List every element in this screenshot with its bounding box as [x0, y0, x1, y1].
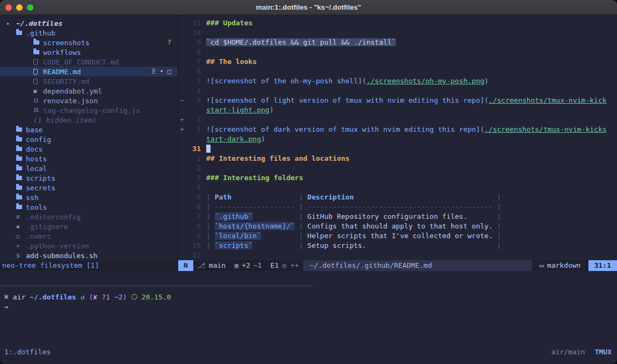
tree-item-.editorconfig[interactable]: ≡.editorconfig [0, 212, 178, 222]
editor-line[interactable]: 4 [178, 183, 617, 192]
tree-item-renovate.json[interactable]: {}renovate.json [0, 96, 178, 105]
tree-item-.gitignore[interactable]: ◆.gitignore [0, 222, 178, 231]
editor-line[interactable]: 9| `local/bin` | Helper scripts that I'v… [178, 231, 617, 241]
editor-line[interactable]: 8| `hosts/{hostname}/` | Configs that sh… [178, 222, 617, 231]
terminal-pane[interactable]: ⌘air~/.dotfiles↺(✘ ?1 ~2)⎔ 20.15.0 → [0, 286, 617, 344]
tree-item-secrets[interactable]: secrets [0, 183, 178, 192]
tree-item-security.md[interactable]: SECURITY.md [0, 76, 178, 86]
diff-added: +2 [242, 260, 250, 271]
line-number: 9 [186, 231, 201, 241]
text-cursor [206, 145, 211, 153]
editor-line[interactable]: start-light.png) [178, 105, 617, 115]
syntax-span: `hosts/{hostname}/` [215, 222, 295, 230]
tree-item-local[interactable]: local [0, 163, 178, 173]
syntax-span: GitHub Repository configuration files. [307, 212, 467, 220]
line-text [201, 163, 206, 173]
window-title: main:1:.dotfiles - "ks~/.dotfiles" [0, 3, 617, 11]
tree-item-code-of-conduct.md[interactable]: CODE_OF_CONDUCT.md [0, 57, 178, 67]
syntax-span: | [206, 222, 215, 230]
line-number: 1 [186, 125, 201, 134]
syntax-span: ![screenshot of light version of tmux wi… [206, 96, 488, 104]
editor-line[interactable]: 8 [178, 47, 617, 57]
gutter-sign: ~ [178, 96, 186, 105]
tree-item-1-hidden-item[interactable]: (1 hidden item) [0, 115, 178, 125]
git-diff-segment: ▣ +2 ~1 [230, 260, 266, 271]
tree-item-workflows[interactable]: workflows [0, 47, 178, 57]
syntax-span: Helper scripts that I've collected or wr… [307, 232, 493, 240]
editor-line[interactable]: 11 [178, 251, 617, 260]
editor-line[interactable]: 3### Interesting folders [178, 173, 617, 183]
line-number: 5 [186, 192, 201, 202]
gutter-sign [178, 134, 186, 144]
editor-line[interactable]: 10 [178, 28, 617, 38]
tree-item-screenshots[interactable]: screenshots? [0, 38, 178, 47]
tree-item-label: .gitignore [26, 223, 68, 231]
editor-line[interactable]: 7| `.github` | GitHub Repository configu… [178, 212, 617, 222]
syntax-span: start-light.png [206, 106, 269, 114]
line-number: 3 [186, 96, 201, 105]
status-badge: E [152, 68, 156, 75]
tree-item-.github[interactable]: .github [0, 28, 178, 38]
syntax-span: ![screenshot of the oh-my-posh shell]( [206, 77, 366, 85]
editor-line[interactable]: 2 [178, 163, 617, 173]
shell-icon: $ [16, 252, 26, 259]
tree-item-.python-version[interactable]: ∗.python-version [0, 241, 178, 251]
editor-line[interactable]: 7## The looks [178, 57, 617, 67]
zoom-button[interactable] [27, 4, 33, 11]
line-text: | Path | Description | [201, 192, 501, 202]
diff-modified: ~1 [254, 260, 262, 271]
editor-line[interactable]: 6 [178, 67, 617, 76]
tree-item-.dotfiles[interactable]: ▸~/.dotfiles [0, 18, 178, 28]
editor-line[interactable]: 5| Path | Description | [178, 192, 617, 202]
gutter-sign [178, 173, 186, 183]
editor-line[interactable]: ~3![screenshot of light version of tmux … [178, 96, 617, 105]
tree-item-.nvmrc[interactable]: ○.nvmrc [0, 231, 178, 241]
file-icon [33, 78, 43, 84]
tree-item-tag-changelog-config.js[interactable]: JStag-changelog-config.js [0, 105, 178, 115]
diff-icon: ▣ [234, 260, 239, 271]
neo-tree-statusline: neo-tree filesystem [1] [0, 260, 178, 271]
editor-line[interactable]: 5![screenshot of the oh-my-posh shell](.… [178, 76, 617, 86]
tree-item-label: tag-changelog-config.js [43, 106, 140, 115]
tree-item-hosts[interactable]: hosts [0, 154, 178, 163]
editor-line[interactable]: 11### Updates [178, 18, 617, 28]
editor-line[interactable]: 9`cd $HOME/.dotfiles && git pull && ./in… [178, 38, 617, 47]
line-number: 10 [186, 241, 201, 251]
file-path: ~/.dotfiles/.github/README.md [303, 260, 532, 271]
tree-item-scripts[interactable]: scripts [0, 173, 178, 183]
tree-item-readme.md[interactable]: README.mdE•□ [0, 67, 178, 76]
editor-buffer[interactable]: 11### Updates109`cd $HOME/.dotfiles && g… [178, 15, 617, 260]
shell-input-line[interactable]: → [4, 302, 617, 312]
file-icon [33, 69, 43, 75]
tree-item-add-submodules.sh[interactable]: $add-submodules.sh [0, 251, 178, 260]
editor-line[interactable]: +2 [178, 115, 617, 125]
tree-item-label: screenshots [43, 39, 89, 47]
tree-item-base[interactable]: base [0, 125, 178, 134]
syntax-span: | [253, 241, 307, 249]
tree-item-label: .nvmrc [26, 232, 51, 240]
editor-line[interactable]: 6| ------------------- | ---------------… [178, 202, 617, 212]
git-status-badges: ? [167, 39, 171, 46]
tree-item-tools[interactable]: tools [0, 202, 178, 212]
editor-line[interactable]: 4 [178, 86, 617, 96]
tree-item-docs[interactable]: docs [0, 144, 178, 154]
tree-item-config[interactable]: config [0, 134, 178, 144]
cmdline [0, 271, 617, 280]
tree-item-dependabot.yml[interactable]: ●dependabot.yml [0, 86, 178, 96]
syntax-span: | [206, 232, 215, 240]
syntax-span: ## Interesting files and locations [206, 154, 349, 162]
close-button[interactable] [5, 4, 12, 11]
editor-line[interactable]: tart-dark.png) [178, 134, 617, 144]
syntax-span: | [354, 193, 501, 201]
tree-item-ssh[interactable]: ssh [0, 192, 178, 202]
editor-line[interactable]: 1## Interesting files and locations [178, 154, 617, 163]
line-number: 10 [186, 28, 201, 38]
tmux-window-label[interactable]: 1:.dotfiles [4, 348, 51, 356]
minimize-button[interactable] [16, 4, 23, 11]
editor-line[interactable]: 31 [178, 144, 617, 154]
editor-line[interactable]: 10| `scripts` | Setup scripts. | [178, 241, 617, 251]
tree-item-label: .editorconfig [26, 213, 81, 221]
editor-line[interactable]: +1![screenshot of dark version of tmux w… [178, 125, 617, 134]
neo-tree-sidebar[interactable]: ▸~/.dotfiles.githubscreenshots?workflows… [0, 15, 178, 260]
gutter-sign [178, 241, 186, 251]
